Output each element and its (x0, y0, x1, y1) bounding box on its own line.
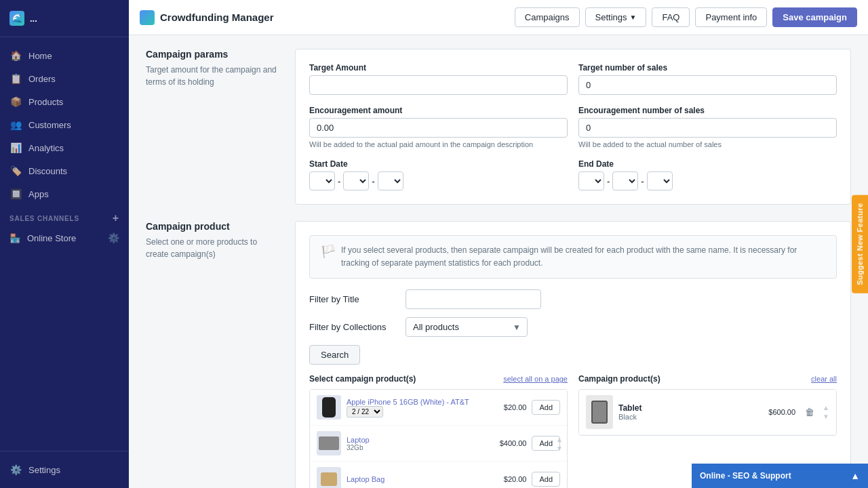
scroll-up-icon[interactable]: ▲ (556, 436, 563, 443)
filter-title-label: Filter by Title (309, 294, 397, 304)
product-price: $400.00 (492, 439, 526, 447)
bag-shape (321, 472, 337, 486)
end-month-select[interactable] (578, 171, 604, 190)
product-variant: 2 / 22 (347, 406, 487, 418)
end-year-select[interactable] (647, 171, 673, 190)
sidebar-item-label: Customers (28, 120, 71, 130)
list-item: Laptop 32Gb $400.00 Add (310, 426, 567, 462)
sidebar-item-customers[interactable]: 👥 Customers (0, 113, 129, 136)
sidebar-item-analytics[interactable]: 📊 Analytics (0, 136, 129, 159)
sidebar-item-home[interactable]: 🏠 Home (0, 44, 129, 67)
clear-all-link[interactable]: clear all (811, 375, 837, 383)
flag-icon: 🏳️ (321, 244, 334, 259)
campaign-product-section: Campaign product Select one or more prod… (132, 221, 865, 488)
scroll-down-icon[interactable]: ▼ (556, 445, 563, 452)
select-products-header: Select campaign product(s) select all on… (309, 374, 568, 384)
sidebar-nav: 🏠 Home 📋 Orders 📦 Products 👥 Customers 📊… (0, 37, 129, 451)
support-bar[interactable]: Online - SEO & Support ▲ (692, 464, 868, 488)
sidebar-item-label: Products (28, 97, 63, 107)
campaign-product-card: 🏳️ If you select several products, then … (295, 221, 851, 488)
product-name: Laptop Bag (347, 475, 487, 483)
campaign-params-form: Target Amount Target number of sales Enc… (309, 63, 837, 190)
settings-button[interactable]: Settings ▼ (585, 7, 647, 27)
filter-collections-select[interactable]: All products (406, 317, 528, 337)
encouragement-amount-input[interactable] (309, 118, 568, 138)
campaign-product-sidebar: Campaign product Select one or more prod… (146, 221, 281, 488)
campaign-list-item: Tablet Black $600.00 🗑 ▲ ▼ (579, 390, 836, 435)
info-banner: 🏳️ If you select several products, then … (309, 235, 837, 279)
analytics-icon: 📊 (9, 142, 22, 154)
campaigns-button[interactable]: Campaigns (515, 7, 580, 27)
add-product-button[interactable]: Add (532, 400, 560, 415)
scroll-indicator: ▲ ▼ (556, 436, 563, 452)
sidebar-item-label: Apps (28, 189, 49, 199)
target-sales-label: Target number of sales (578, 63, 837, 73)
sidebar-item-products[interactable]: 📦 Products (0, 90, 129, 113)
sales-channels-header: SALES CHANNELS + (0, 205, 129, 227)
product-info: Laptop Bag (347, 475, 487, 483)
payment-info-button[interactable]: Payment info (695, 7, 767, 27)
sidebar-item-settings[interactable]: ⚙️ Settings (0, 458, 129, 481)
encouragement-sales-label: Encouragement number of sales (578, 106, 837, 115)
product-price: $20.00 (492, 403, 526, 411)
select-all-link[interactable]: select all on a page (503, 375, 568, 383)
end-day-select[interactable] (612, 171, 638, 190)
variant-select[interactable]: 2 / 22 (347, 406, 383, 418)
campaign-product-variant: Black (618, 413, 749, 421)
sidebar-item-discounts[interactable]: 🏷️ Discounts (0, 159, 129, 182)
product-thumb-bag (317, 467, 341, 488)
campaign-product-desc: Select one or more products to create ca… (146, 236, 281, 260)
sidebar-item-label: Orders (28, 74, 56, 84)
product-info: Laptop 32Gb (347, 436, 487, 451)
target-amount-group: Target Amount (309, 63, 568, 95)
campaign-scroll: ▲ ▼ (823, 404, 829, 420)
campaign-params-title: Campaign params (146, 49, 281, 60)
filter-title-input[interactable] (406, 289, 541, 309)
logo-icon: 🌊 (12, 14, 22, 23)
list-item: Laptop Bag $20.00 Add (310, 462, 567, 488)
start-month-select[interactable] (309, 171, 335, 190)
sales-channels-label: SALES CHANNELS (9, 215, 79, 222)
tablet-shape (591, 401, 608, 424)
encouragement-amount-hint: Will be added to the actual paid amount … (309, 140, 568, 148)
delete-campaign-product-button[interactable]: 🗑 (805, 407, 814, 418)
online-store-label: Online Store (27, 233, 76, 243)
apps-icon: 🔲 (9, 188, 22, 200)
add-product-button[interactable]: Add (532, 472, 560, 487)
product-thumb-laptop (317, 431, 341, 455)
sidebar-logo: 🌊 (9, 11, 24, 26)
online-store-icon: 🏪 (9, 233, 20, 243)
sidebar-item-label: Discounts (28, 166, 67, 176)
target-sales-group: Target number of sales (578, 63, 837, 95)
faq-button[interactable]: FAQ (652, 7, 690, 27)
encouragement-sales-group: Encouragement number of sales Will be ad… (578, 106, 837, 148)
expand-icon[interactable]: ▲ (850, 470, 860, 481)
sidebar-item-apps[interactable]: 🔲 Apps (0, 182, 129, 205)
online-store-left: 🏪 Online Store (9, 233, 76, 243)
home-icon: 🏠 (9, 49, 22, 62)
encouragement-sales-input[interactable] (578, 118, 837, 138)
move-down-icon[interactable]: ▼ (823, 413, 829, 420)
select-products-title: Select campaign product(s) (309, 374, 416, 384)
move-up-icon[interactable]: ▲ (823, 404, 829, 411)
sidebar-item-online-store[interactable]: 🏪 Online Store ⚙️ (0, 227, 129, 249)
search-button[interactable]: Search (309, 345, 360, 365)
filter-collections-label: Filter by Collections (309, 322, 397, 332)
campaign-product-price: $600.00 (755, 408, 795, 416)
start-day-select[interactable] (343, 171, 369, 190)
target-amount-input[interactable] (309, 75, 568, 95)
info-banner-text: If you select several products, then sep… (341, 244, 825, 270)
sidebar-item-orders[interactable]: 📋 Orders (0, 67, 129, 90)
product-name: Apple iPhone 5 16GB (White) - AT&T (347, 398, 487, 406)
topbar: Crowdfunding Manager Campaigns Settings … (129, 0, 868, 35)
search-row: Search (309, 345, 837, 365)
add-channel-icon[interactable]: + (113, 212, 119, 224)
suggest-new-feature-tab[interactable]: Suggest New Feature (852, 195, 868, 293)
campaign-product-thumb (586, 395, 613, 429)
online-store-settings-icon[interactable]: ⚙️ (108, 232, 119, 243)
start-date-group: Start Date - - (309, 159, 568, 190)
start-year-select[interactable] (378, 171, 403, 190)
end-date-label: End Date (578, 159, 837, 169)
save-campaign-button[interactable]: Save campaign (772, 7, 857, 27)
target-sales-input[interactable] (578, 75, 837, 95)
